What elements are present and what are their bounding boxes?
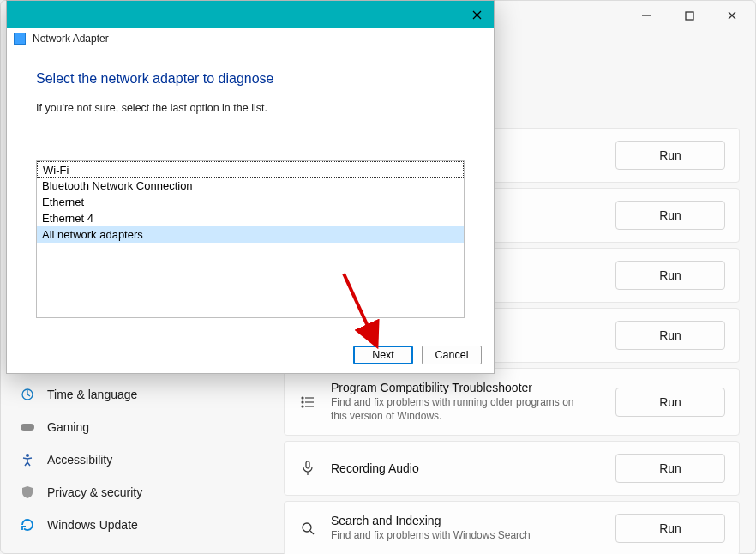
run-button[interactable]: Run bbox=[615, 514, 725, 543]
sidebar-item-gaming[interactable]: Gaming bbox=[9, 411, 249, 443]
svg-point-16 bbox=[26, 454, 29, 457]
svg-point-4 bbox=[302, 397, 303, 399]
sidebar-item-label: Windows Update bbox=[47, 518, 138, 532]
dialog-info-text: If you're not sure, select the last opti… bbox=[36, 102, 465, 114]
sidebar-item-privacy-security[interactable]: Privacy & security bbox=[9, 476, 249, 509]
run-button[interactable]: Run bbox=[615, 261, 725, 290]
troubleshooter-card-search: Search and Indexing Find and fix problem… bbox=[284, 501, 740, 554]
dialog-app-title: Network Adapter bbox=[33, 33, 109, 45]
dialog-close-button[interactable] bbox=[468, 6, 485, 23]
run-button[interactable]: Run bbox=[615, 454, 725, 483]
minimize-button[interactable] bbox=[635, 4, 657, 27]
sidebar-item-label: Privacy & security bbox=[47, 485, 142, 499]
card-title: Recording Audio bbox=[331, 461, 602, 475]
svg-rect-10 bbox=[306, 461, 309, 468]
clock-globe-icon bbox=[20, 387, 35, 402]
svg-rect-15 bbox=[21, 424, 34, 431]
microphone-icon bbox=[298, 459, 317, 478]
sidebar: Time & language Gaming Accessibility Pri… bbox=[9, 378, 249, 541]
adapter-listbox[interactable]: Wi-Fi Bluetooth Network Connection Ether… bbox=[36, 160, 465, 318]
list-icon bbox=[298, 393, 317, 412]
gamepad-icon bbox=[20, 419, 35, 435]
adapter-option-ethernet4[interactable]: Ethernet 4 bbox=[37, 210, 464, 226]
dialog-subtitle-bar: Network Adapter bbox=[7, 28, 494, 49]
search-icon bbox=[298, 519, 317, 538]
sidebar-item-time-language[interactable]: Time & language bbox=[9, 378, 249, 411]
adapter-option-all[interactable]: All network adapters bbox=[37, 226, 464, 243]
svg-point-8 bbox=[302, 406, 303, 407]
network-adapter-dialog: Network Adapter Select the network adapt… bbox=[6, 0, 495, 374]
card-desc: Find and fix problems with running older… bbox=[331, 396, 588, 423]
run-button[interactable]: Run bbox=[615, 388, 725, 417]
update-icon bbox=[20, 517, 35, 533]
troubleshooter-card-program-compatibility: Program Compatibility Troubleshooter Fin… bbox=[284, 368, 740, 436]
sidebar-item-label: Accessibility bbox=[47, 453, 112, 467]
window-controls bbox=[635, 1, 755, 30]
close-window-button[interactable] bbox=[721, 4, 743, 27]
card-title: Search and Indexing bbox=[331, 514, 602, 527]
adapter-option-wifi[interactable]: Wi-Fi bbox=[37, 161, 464, 178]
card-desc: Find and fix problems with Windows Searc… bbox=[331, 529, 588, 543]
run-button[interactable]: Run bbox=[615, 201, 725, 230]
dialog-heading: Select the network adapter to diagnose bbox=[36, 71, 465, 87]
svg-point-12 bbox=[303, 523, 311, 532]
maximize-button[interactable] bbox=[678, 4, 700, 27]
svg-rect-1 bbox=[686, 12, 693, 20]
card-title: Program Compatibility Troubleshooter bbox=[331, 381, 602, 394]
troubleshooter-card-recording-audio: Recording Audio Run bbox=[284, 441, 740, 496]
dialog-titlebar bbox=[7, 1, 494, 28]
sidebar-item-label: Gaming bbox=[47, 420, 89, 434]
svg-point-6 bbox=[302, 401, 303, 403]
sidebar-item-accessibility[interactable]: Accessibility bbox=[9, 443, 249, 476]
next-button[interactable]: Next bbox=[353, 346, 413, 364]
svg-line-13 bbox=[310, 531, 314, 534]
sidebar-item-windows-update[interactable]: Windows Update bbox=[9, 509, 249, 541]
run-button[interactable]: Run bbox=[615, 141, 725, 170]
accessibility-icon bbox=[20, 452, 35, 467]
cancel-button[interactable]: Cancel bbox=[422, 346, 482, 364]
sidebar-item-label: Time & language bbox=[47, 388, 137, 401]
run-button[interactable]: Run bbox=[615, 321, 725, 350]
adapter-icon bbox=[14, 33, 26, 45]
adapter-option-ethernet[interactable]: Ethernet bbox=[37, 194, 464, 210]
shield-icon bbox=[20, 485, 35, 500]
adapter-option-bluetooth[interactable]: Bluetooth Network Connection bbox=[37, 178, 464, 194]
